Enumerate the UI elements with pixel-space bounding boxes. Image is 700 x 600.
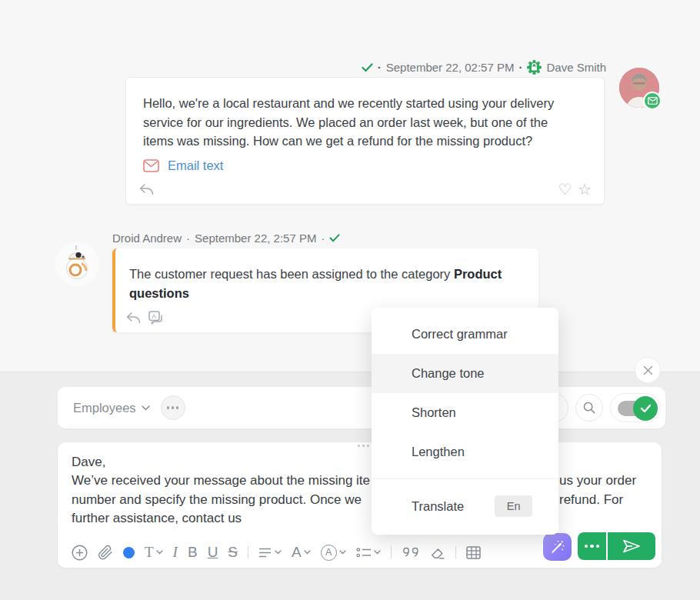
table-button[interactable]	[466, 546, 481, 559]
meta-separator: ·	[378, 61, 382, 74]
secure-badge-icon	[527, 60, 542, 75]
menu-item-change-tone[interactable]: Change tone	[372, 354, 558, 393]
magic-wand-icon	[549, 539, 565, 555]
send-icon	[622, 538, 642, 554]
italic-button[interactable]: I	[173, 544, 178, 561]
chevron-down-icon	[339, 550, 346, 555]
list-button[interactable]	[356, 547, 381, 558]
customer-message-timestamp: September 22, 02:57 PM	[386, 61, 515, 74]
chevron-down-icon	[275, 550, 282, 555]
insert-plus-button[interactable]	[72, 545, 88, 561]
svg-text:A: A	[152, 312, 156, 320]
toolbar-divider	[455, 546, 456, 558]
meta-separator: ·	[321, 232, 325, 245]
meta-separator: ·	[518, 61, 522, 74]
search-button[interactable]	[575, 394, 603, 422]
align-button[interactable]	[258, 547, 282, 558]
star-icon[interactable]: ☆	[578, 180, 592, 198]
meta-separator: ·	[186, 232, 190, 245]
bot-message-timestamp: September 22, 2:57 PM	[195, 232, 316, 245]
strikethrough-button[interactable]: S	[228, 544, 238, 561]
send-options-button[interactable]	[578, 532, 606, 560]
message-composer[interactable]: Dave, We’ve received your message about …	[58, 442, 662, 568]
toolbar-divider	[391, 546, 392, 558]
highlight-color-button[interactable]: A	[321, 545, 346, 561]
availability-toggle[interactable]	[610, 393, 661, 422]
audience-select[interactable]: Employees	[73, 401, 150, 415]
audience-bar: Employees	[58, 387, 665, 428]
chat-window: · September 22, 02:57 PM · Dave Smith	[0, 0, 700, 600]
bot-message-meta: Droid Andrew · September 22, 2:57 PM ·	[112, 232, 340, 245]
ai-assist-menu: Correct grammar Change tone Shorten Leng…	[372, 308, 558, 535]
audience-more-button[interactable]	[161, 395, 185, 420]
send-button[interactable]	[608, 532, 655, 560]
bold-button[interactable]: B	[188, 544, 198, 561]
send-button-group	[578, 532, 655, 560]
composer-text[interactable]: Dave, We’ve received your message about …	[72, 453, 651, 528]
chevron-down-icon	[374, 550, 381, 555]
reply-icon[interactable]	[125, 312, 142, 325]
seen-check-icon	[329, 234, 340, 242]
bot-avatar[interactable]	[55, 242, 99, 286]
menu-item-shorten[interactable]: Shorten	[372, 393, 558, 432]
menu-item-lengthen[interactable]: Lengthen	[372, 432, 558, 472]
color-dot-button[interactable]	[123, 547, 135, 558]
heart-icon[interactable]: ♡	[558, 180, 572, 198]
translate-language-badge[interactable]: En	[495, 495, 532, 517]
email-channel-badge	[643, 92, 662, 110]
translate-icon[interactable]: A	[148, 311, 165, 325]
bot-message-text: The customer request has been assigned t…	[115, 248, 538, 302]
font-color-button[interactable]: A	[292, 544, 311, 561]
reply-icon[interactable]	[138, 183, 155, 196]
email-attachment[interactable]: Email text	[143, 158, 604, 173]
close-button[interactable]	[635, 357, 661, 383]
customer-message-meta: · September 22, 02:57 PM · Dave Smith	[362, 60, 606, 75]
attachment-button[interactable]	[98, 545, 113, 561]
menu-divider	[372, 478, 558, 479]
toolbar-divider	[248, 546, 248, 558]
close-icon	[643, 365, 653, 375]
seen-check-icon	[362, 63, 373, 72]
email-text-link[interactable]: Email text	[168, 158, 223, 173]
menu-item-correct-grammar[interactable]: Correct grammar	[372, 315, 558, 354]
bot-name[interactable]: Droid Andrew	[112, 232, 182, 245]
chevron-down-icon	[142, 405, 150, 411]
customer-name[interactable]: Dave Smith	[546, 61, 606, 74]
droid-icon	[55, 242, 99, 286]
toggle-check-icon	[633, 396, 658, 421]
ai-assistant-button[interactable]	[543, 533, 572, 561]
formatting-toolbar: T I B U S A A	[72, 544, 481, 561]
chevron-down-icon	[304, 550, 311, 555]
quote-button[interactable]	[402, 545, 420, 559]
search-icon	[582, 401, 596, 415]
envelope-icon	[648, 97, 658, 105]
menu-item-translate[interactable]: Translate En	[412, 491, 532, 522]
customer-message-bubble: Hello, we're a local restaurant and we r…	[125, 77, 605, 205]
chevron-down-icon	[156, 550, 163, 555]
clear-formatting-button[interactable]	[430, 545, 445, 560]
underline-button[interactable]: U	[208, 544, 218, 561]
text-style-button[interactable]: T	[145, 544, 163, 561]
email-icon	[143, 159, 159, 172]
customer-message-text: Hello, we're a local restaurant and we r…	[126, 78, 604, 151]
